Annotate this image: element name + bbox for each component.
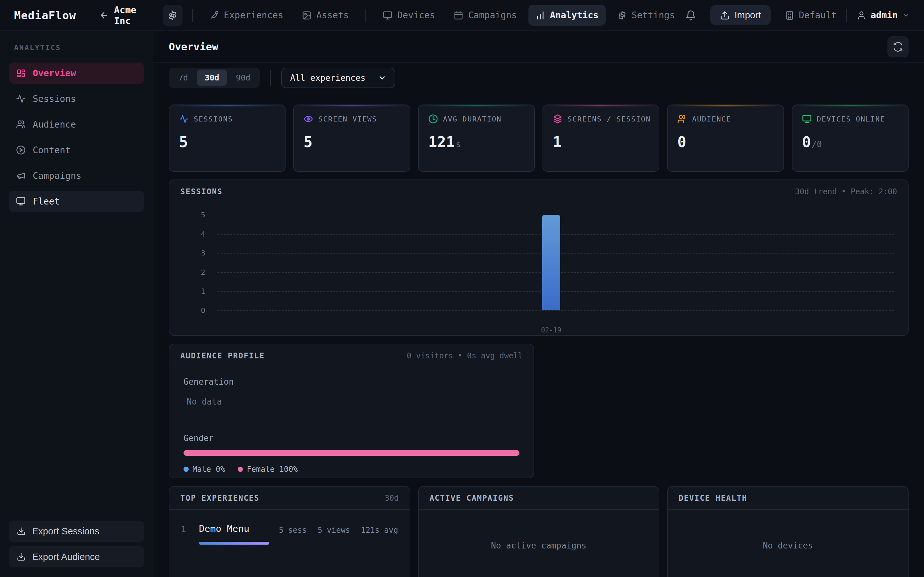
sidebar-section-label: ANALYTICS: [9, 44, 144, 52]
audience-profile-panel: AUDIENCE PROFILE 0 visitors • 0s avg dwe…: [169, 343, 534, 478]
play-circle-icon: [16, 145, 26, 155]
page-header: Overview: [153, 31, 924, 63]
monitor-icon: [802, 114, 812, 124]
arrow-left-icon: [99, 11, 109, 20]
kpi-card-devices-online: DEVICES ONLINE 0/0: [792, 105, 909, 172]
clock-icon: [428, 114, 438, 124]
activity-icon: [179, 114, 189, 124]
layers-icon: [553, 114, 562, 124]
nav-label: Assets: [317, 10, 349, 21]
kpi-value: 1: [553, 133, 562, 151]
gender-label: Gender: [184, 434, 519, 443]
nav-item-devices[interactable]: Devices: [376, 5, 442, 26]
kpi-unit: /0: [812, 139, 822, 149]
app-logo: MediaFlow: [14, 9, 76, 22]
gender-distribution-bar: [184, 450, 519, 456]
bell-icon: [685, 10, 696, 21]
notifications-button[interactable]: [682, 7, 699, 24]
chart-title: SESSIONS: [180, 187, 223, 196]
gear-icon: [617, 11, 627, 20]
analytics-sidebar: ANALYTICS Overview Sessions Audience: [0, 31, 153, 577]
navbar-divider: [365, 9, 366, 22]
nav-item-analytics[interactable]: Analytics: [528, 5, 606, 26]
kpi-label: SCREEN VIEWS: [318, 115, 377, 123]
export-sessions-button[interactable]: Export Sessions: [9, 521, 144, 542]
sidebar-item-sessions[interactable]: Sessions: [9, 88, 144, 109]
primary-nav-group-1: Experiences Assets: [202, 5, 356, 26]
nav-item-experiences[interactable]: Experiences: [202, 5, 290, 26]
user-menu[interactable]: admin: [857, 10, 910, 21]
kpi-label: DEVICES ONLINE: [817, 115, 885, 123]
back-to-org-button[interactable]: Acme Inc: [99, 5, 154, 26]
range-30d-button[interactable]: 30d: [197, 69, 227, 86]
top-experiences-panel: TOP EXPERIENCES 30d 1 Demo Menu 5 sess 5…: [169, 486, 410, 577]
nav-item-campaigns[interactable]: Campaigns: [447, 5, 524, 26]
kpi-value: 0: [677, 133, 686, 151]
sidebar-item-campaigns[interactable]: Campaigns: [9, 165, 144, 186]
sidebar-item-fleet[interactable]: Fleet: [9, 191, 144, 212]
refresh-button[interactable]: [887, 36, 909, 57]
active-campaigns-panel: ACTIVE CAMPAIGNS No active campaigns: [418, 486, 660, 577]
male-legend-label: Male 0%: [192, 465, 225, 474]
range-90d-button[interactable]: 90d: [228, 69, 258, 86]
session-bar: [542, 215, 560, 310]
users-icon: [16, 119, 26, 129]
page-title: Overview: [169, 41, 218, 53]
org-settings-button[interactable]: [163, 5, 183, 26]
eye-icon: [304, 114, 313, 124]
username: admin: [871, 10, 898, 21]
navbar-right-group: Import Default admin: [682, 5, 910, 25]
export-audience-label: Export Audience: [32, 552, 100, 562]
activity-icon: [16, 94, 26, 103]
bottom-panels-row: TOP EXPERIENCES 30d 1 Demo Menu 5 sess 5…: [169, 486, 909, 577]
sidebar-item-overview[interactable]: Overview: [9, 63, 144, 84]
sessions-chart-panel: SESSIONS 30d trend • Peak: 2:00 01234502…: [169, 179, 909, 336]
kpi-card-screen-views: SCREEN VIEWS 5: [293, 105, 410, 172]
calendar-icon: [454, 11, 463, 20]
experience-stats: 5 sess 5 views 121s avg: [279, 523, 398, 535]
active-campaigns-title: ACTIVE CAMPAIGNS: [430, 494, 514, 503]
refresh-icon: [893, 42, 903, 52]
import-button[interactable]: Import: [710, 5, 771, 25]
export-sessions-label: Export Sessions: [32, 526, 99, 537]
range-7d-button[interactable]: 7d: [171, 69, 196, 86]
experience-row[interactable]: 1 Demo Menu 5 sess 5 views 121s avg: [170, 510, 410, 545]
male-legend-dot: [184, 467, 189, 472]
top-experiences-range: 30d: [384, 494, 399, 503]
nav-item-settings[interactable]: Settings: [610, 5, 682, 26]
bar-chart-icon: [535, 11, 545, 20]
nav-label: Experiences: [224, 10, 283, 21]
experience-share-bar: [199, 542, 269, 545]
y-tick-label: 1: [186, 287, 205, 295]
filter-bar: 7d 30d 90d All experiences: [153, 63, 924, 93]
sidebar-nav: Overview Sessions Audience Content: [9, 63, 144, 212]
card-accent-line: [294, 105, 409, 106]
kpi-value: 0: [802, 133, 811, 151]
sidebar-item-audience[interactable]: Audience: [9, 114, 144, 135]
sidebar-item-label: Fleet: [33, 196, 60, 207]
card-accent-line: [419, 105, 534, 106]
monitor-icon: [16, 197, 26, 206]
user-icon: [857, 11, 866, 20]
kpi-card-avg-duration: AVG DURATION 121s: [418, 105, 535, 172]
nav-item-assets[interactable]: Assets: [295, 5, 356, 26]
dashboard-grid-icon: [16, 68, 26, 78]
y-tick-label: 4: [186, 230, 205, 238]
kpi-value: 121: [428, 133, 455, 151]
download-icon: [17, 527, 26, 536]
device-health-panel: DEVICE HEALTH No devices: [667, 486, 909, 577]
kpi-label: SCREENS / SESSION: [567, 115, 651, 123]
sidebar-item-content[interactable]: Content: [9, 139, 144, 161]
kpi-label: AUDIENCE: [692, 115, 731, 123]
experience-filter-select[interactable]: All experiences: [281, 68, 395, 88]
card-accent-line: [170, 105, 285, 106]
export-audience-button[interactable]: Export Audience: [9, 546, 144, 567]
chevron-down-icon: [902, 11, 910, 19]
top-navbar: MediaFlow Acme Inc Experiences Assets: [0, 0, 924, 31]
audience-panel-meta: 0 visitors • 0s avg dwell: [407, 351, 523, 360]
experience-avg-stat: 121s avg: [361, 526, 398, 535]
kpi-card-audience: AUDIENCE 0: [667, 105, 784, 172]
workspace-switcher[interactable]: Default: [785, 10, 837, 21]
sidebar-item-label: Audience: [33, 119, 76, 130]
y-tick-label: 2: [186, 268, 205, 276]
